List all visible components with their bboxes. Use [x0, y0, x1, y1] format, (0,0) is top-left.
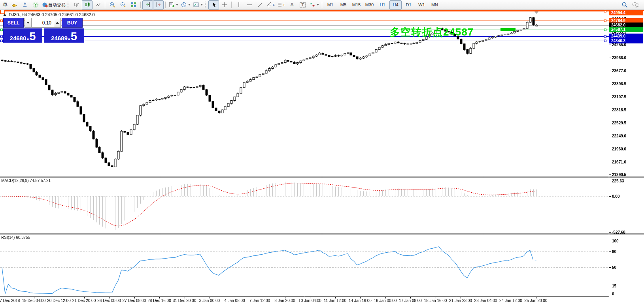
tile-windows-icon[interactable] [128, 0, 139, 9]
timeframe-button-H4[interactable]: H4 [389, 0, 402, 9]
line-chart-icon[interactable] [93, 0, 103, 9]
autotrade-label: 自动交易 [48, 2, 66, 8]
chat-icon[interactable] [630, 0, 641, 9]
autotrade-button[interactable]: 自动交易 [41, 0, 67, 9]
text-tool-icon[interactable]: A [287, 0, 297, 9]
timeframe-button-M15[interactable]: M15 [350, 0, 363, 9]
time-axis-label: 14 Jan 16:00 [349, 298, 372, 303]
chart-window-frame [0, 10, 644, 11]
cursor-tool-icon[interactable] [208, 0, 219, 9]
buy-price-button[interactable]: 24689.5 [44, 28, 84, 43]
buy-price-main: 24689 [51, 35, 68, 41]
price-tick-label: 21960.0 [612, 146, 626, 151]
candlestick-chart-icon[interactable] [82, 0, 93, 9]
rsi-tick-label: 80 [612, 249, 616, 253]
time-axis-label: 3 Jan 00:00 [199, 298, 220, 303]
price-tick-label: 23966.0 [612, 56, 626, 60]
macd-tick-label: -527.68 [612, 230, 625, 235]
chart-header: DJ30-,H4 24663.0 24705.0 24661.0 24682.0 [3, 12, 95, 17]
zoom-out-icon[interactable] [117, 0, 128, 9]
macd-tick-label: 225.63 [612, 179, 624, 183]
price-tick-label: 23396.5 [612, 81, 626, 86]
bar-chart-icon[interactable] [71, 0, 82, 9]
new-chart-button[interactable] [167, 0, 179, 9]
fibo-sub-label: F [283, 4, 285, 6]
time-axis-label: 4 Jan 08:00 [224, 298, 245, 303]
rsi-tick-label: 0 [612, 292, 614, 296]
timeframe-button-M1[interactable]: M1 [324, 0, 336, 9]
spin-down-icon [26, 22, 30, 24]
chart-shift-marker-icon [534, 11, 538, 14]
timeframe-button-M5[interactable]: M5 [337, 0, 349, 9]
fibonacci-tool-icon[interactable]: F [276, 0, 287, 9]
time-axis-label: 18 Jan 16:00 [424, 298, 447, 303]
rsi-tick-label: 50 [612, 265, 616, 270]
price-tick-label: 22249.0 [612, 133, 626, 138]
highlight-box[interactable] [500, 28, 516, 31]
zoom-in-icon[interactable] [107, 0, 117, 9]
crosshair-tool-icon[interactable] [219, 0, 230, 9]
price-tick-label: 22529.5 [612, 121, 626, 125]
auto-scroll-icon[interactable] [142, 0, 153, 9]
equidistant-channel-tool-icon[interactable]: E [265, 0, 276, 9]
price-tick-label: 21390.5 [612, 173, 626, 177]
buy-button-label: BUY [67, 20, 77, 26]
symbol-marker-icon [3, 13, 6, 16]
time-axis-label: 25 Jan 20:00 [525, 298, 548, 303]
chart-title-ohlc: DJ30-,H4 24663.0 24705.0 24661.0 24682.0 [9, 12, 95, 17]
price-badge: 24340.3 [609, 38, 643, 43]
sell-price-main: 24680 [10, 35, 26, 41]
trendline-tool-icon[interactable] [255, 0, 265, 9]
dropdown-caret-icon [188, 4, 191, 6]
vertical-line-tool-icon[interactable] [233, 0, 244, 9]
buy-button[interactable]: BUY [62, 18, 83, 28]
text-tool-glyph: A [290, 2, 294, 8]
timeframe-button-W1[interactable]: W1 [415, 0, 428, 9]
toolbar-separator [322, 2, 322, 8]
templates-button[interactable] [192, 0, 204, 9]
time-axis-label: 20 Dec 12:00 [47, 298, 71, 303]
label-tool-glyph: T [300, 2, 305, 8]
price-badge: 24994.4 [609, 10, 643, 15]
time-axis-label: 21 Jan 23:00 [449, 298, 472, 303]
volume-input[interactable] [32, 18, 54, 28]
new-order-icon[interactable] [9, 0, 19, 9]
profile-icon[interactable] [19, 0, 30, 9]
price-tick-label: 22818.5 [612, 108, 626, 112]
price-chart-canvas[interactable] [0, 0, 644, 304]
sell-button[interactable]: SELL [3, 18, 24, 28]
horizontal-line-tool-icon[interactable] [244, 0, 255, 9]
sell-price-button[interactable]: 24680.5 [3, 28, 42, 43]
dropdown-caret-icon [200, 4, 203, 6]
rsi-tick-label: 100 [612, 239, 619, 243]
toolbar-drag-handle [68, 2, 70, 8]
time-axis-label: 23 Jan 04:00 [474, 298, 497, 303]
one-click-trading-panel: SELL BUY 24680.5 24689.5 [3, 18, 84, 43]
volume-increase-button[interactable] [54, 18, 61, 28]
buy-price-fraction: .5 [68, 31, 77, 41]
toolbar-separator [165, 2, 166, 8]
time-axis-label: 10 Jan 04:00 [298, 298, 321, 303]
chart-shift-icon[interactable] [153, 0, 164, 9]
dropdown-caret-icon [176, 4, 178, 6]
time-axis-label: 26 Dec 00:00 [97, 298, 121, 303]
timeframe-button-M30[interactable]: M30 [363, 0, 376, 9]
toolbar-drag-handle [205, 2, 208, 8]
annotation-text[interactable]: 多空转折点24587 [390, 25, 474, 39]
time-axis-label: 8 Jan 20:00 [274, 298, 295, 303]
signal-icon[interactable] [30, 0, 41, 9]
arrows-tool-icon[interactable] [308, 0, 320, 9]
price-tick-label: 23677.0 [612, 69, 626, 73]
time-axis-label: 31 Dec 20:00 [173, 298, 196, 303]
periods-button[interactable] [179, 0, 192, 9]
volume-decrease-button[interactable] [25, 18, 32, 28]
order-label[interactable]: 单 [3, 2, 8, 8]
timeframe-button-H1[interactable]: H1 [376, 0, 389, 9]
text-label-tool-icon[interactable]: T [297, 0, 308, 9]
time-axis-label: 24 Jan 12:00 [499, 298, 522, 303]
timeframe-button-D1[interactable]: D1 [402, 0, 415, 9]
search-icon[interactable] [619, 0, 630, 9]
macd-tick-label: 0.00 [612, 194, 619, 199]
timeframe-button-MN[interactable]: MN [429, 0, 441, 9]
time-axis-label: 28 Dec 16:00 [147, 298, 171, 303]
